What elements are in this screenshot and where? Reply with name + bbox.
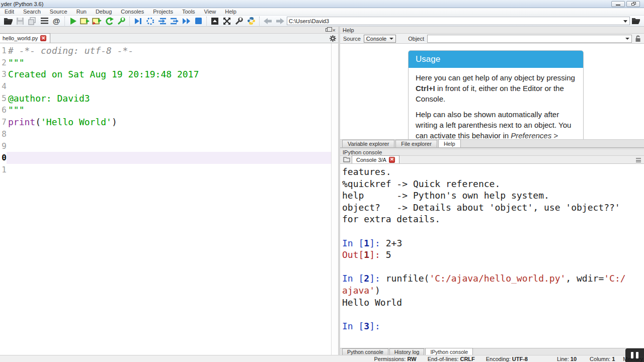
line-number: 4 <box>0 80 7 93</box>
editor-line[interactable]: 7print('Hello World') <box>0 116 331 128</box>
maximize-pane-button[interactable] <box>209 16 221 26</box>
code-text: # -*- coding: utf-8 -*- <box>7 45 331 57</box>
run-configuration-button[interactable] <box>115 16 127 26</box>
code-text: """ <box>7 104 331 116</box>
stop-button[interactable] <box>192 16 204 26</box>
editor-line[interactable]: 8 <box>0 128 331 140</box>
undock-pane-icon[interactable] <box>326 28 330 32</box>
minimize-button[interactable] <box>611 1 625 7</box>
editor-options-gear-icon[interactable] <box>330 35 336 42</box>
browse-folder-button[interactable] <box>630 16 642 26</box>
console-line: Out[1]: 5 <box>342 249 644 261</box>
usage-card: Usage Here you can get help of any objec… <box>408 50 584 140</box>
tab-help[interactable]: Help <box>438 139 461 147</box>
continue-button[interactable] <box>180 16 192 26</box>
editor-line[interactable]: 9 <box>0 140 331 152</box>
tab-history-log[interactable]: History log <box>389 348 425 355</box>
menu-consoles[interactable]: Consoles <box>116 9 148 15</box>
step-button[interactable] <box>144 16 156 26</box>
debug-button[interactable] <box>132 16 144 26</box>
tab-python-console[interactable]: Python console <box>342 348 388 355</box>
code-text: @author: David3 <box>7 93 331 105</box>
object-label: Object <box>408 36 424 42</box>
close-pane-icon[interactable]: × <box>333 28 336 32</box>
console-options-icon[interactable] <box>636 158 641 162</box>
fullscreen-button[interactable] <box>221 16 233 26</box>
run-button[interactable] <box>67 16 79 26</box>
menu-tools[interactable]: Tools <box>178 9 200 15</box>
editor-line[interactable]: 1# -*- coding: utf-8 -*- <box>0 45 331 57</box>
lock-icon[interactable] <box>635 35 641 42</box>
usage-paragraph: Here you can get help of any object by p… <box>416 72 576 104</box>
save-button[interactable] <box>14 16 26 26</box>
editor-tab-hello-world[interactable]: hello_world.py ✕ <box>0 33 50 43</box>
line-number: 5 <box>0 93 7 105</box>
run-cell-button[interactable] <box>79 16 91 26</box>
back-button[interactable] <box>262 16 274 26</box>
code-text: """ <box>7 57 331 69</box>
help-pane-strip: Help <box>340 27 644 34</box>
object-input[interactable] <box>427 35 632 43</box>
usage-card-title: Usage <box>409 51 583 68</box>
editor-line[interactable]: 1 <box>0 164 331 176</box>
tab-file-explorer[interactable]: File explorer <box>395 140 437 147</box>
editor-line[interactable]: 5@author: David3 <box>0 93 331 105</box>
step-into-button[interactable] <box>156 16 168 26</box>
menu-source[interactable]: Source <box>45 9 72 15</box>
console-line: In [3]: <box>342 320 644 332</box>
file-switcher-button[interactable] <box>38 16 50 26</box>
toolbar-separator <box>64 17 65 26</box>
line-number: 1 <box>0 164 7 176</box>
line-number: 2 <box>0 57 7 69</box>
save-all-button[interactable] <box>26 16 38 26</box>
working-directory-select[interactable]: C:\Users\David3 <box>287 17 630 25</box>
preferences-button[interactable] <box>233 16 245 26</box>
menu-help[interactable]: Help <box>220 9 241 15</box>
console-line: In [1]: 2+3 <box>342 237 644 249</box>
code-text <box>7 152 331 164</box>
tab-variable-explorer[interactable]: Variable explorer <box>342 140 394 147</box>
right-column: Help Source Console Object Usage Here yo… <box>340 27 644 355</box>
close-tab-icon[interactable]: ✕ <box>389 157 395 163</box>
title-bar: yder (Python 3.6) <box>0 0 644 8</box>
editor-line[interactable]: 2""" <box>0 57 331 69</box>
tab-ipython-console[interactable]: IPython console <box>425 348 473 355</box>
video-pause-overlay[interactable] <box>625 348 644 362</box>
ipython-console-output[interactable]: features.%quickref -> Quick reference.he… <box>340 164 644 348</box>
step-return-button[interactable] <box>168 16 180 26</box>
chevron-down-icon <box>625 38 629 40</box>
editor-line[interactable]: 0 <box>0 152 331 164</box>
console-tab[interactable]: Console 3/A ✕ <box>352 155 399 163</box>
symbol-finder-button[interactable]: @ <box>50 16 62 26</box>
run-cell-advance-button[interactable] <box>91 16 103 26</box>
restore-button[interactable] <box>626 1 640 7</box>
menu-projects[interactable]: Projects <box>148 9 178 15</box>
menu-search[interactable]: Search <box>19 9 45 15</box>
rerun-button[interactable] <box>103 16 115 26</box>
console-line: for extra details. <box>342 213 644 225</box>
open-file-button[interactable] <box>2 16 14 26</box>
code-editor[interactable]: 1# -*- coding: utf-8 -*-2"""3Created on … <box>0 43 338 355</box>
close-tab-icon[interactable]: ✕ <box>40 35 46 41</box>
editor-scrollbar[interactable] <box>331 43 338 355</box>
status-line: Line: 10 <box>557 356 577 362</box>
line-number: 7 <box>0 116 7 128</box>
menu-debug[interactable]: Debug <box>91 9 116 15</box>
line-number: 0 <box>0 152 7 164</box>
console-line: object? -> Details about 'object', use '… <box>342 202 644 214</box>
console-line: %quickref -> Quick reference. <box>342 178 644 190</box>
editor-line[interactable]: 4 <box>0 80 331 93</box>
editor-line[interactable]: 6""" <box>0 104 331 116</box>
menu-run[interactable]: Run <box>72 9 91 15</box>
working-directory-value: C:\Users\David3 <box>289 18 329 24</box>
source-select[interactable]: Console <box>364 35 396 43</box>
menu-view[interactable]: View <box>200 9 221 15</box>
status-bar: Permissions: RWEnd-of-lines: CRLFEncodin… <box>0 355 644 362</box>
console-bottom-tabs-row: Python consoleHistory logIPython console <box>340 348 644 355</box>
console-folder-icon[interactable] <box>342 156 352 163</box>
python-logo-icon[interactable] <box>245 16 257 26</box>
editor-line[interactable]: 3Created on Sat Aug 19 20:19:48 2017 <box>0 68 331 80</box>
forward-button[interactable] <box>274 16 286 26</box>
at-icon: @ <box>53 17 60 25</box>
menu-edit[interactable]: Edit <box>0 9 19 15</box>
